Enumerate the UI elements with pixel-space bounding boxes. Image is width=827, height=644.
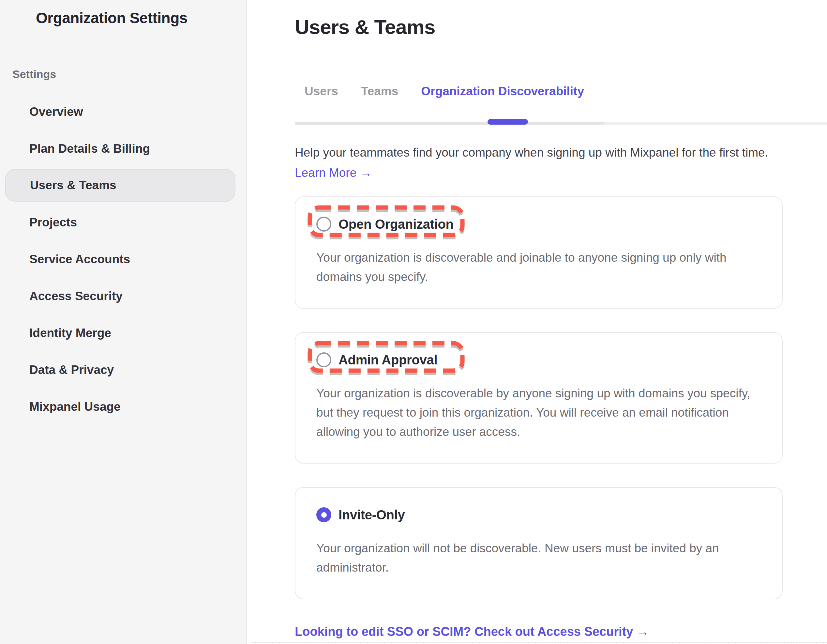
sidebar-item-mixpanel-usage[interactable]: Mixpanel Usage	[0, 388, 246, 425]
active-tab-indicator	[487, 119, 528, 125]
sidebar-section-label: Settings	[12, 67, 246, 81]
option-card-admin-approval: Admin Approval Your organization is disc…	[295, 332, 783, 464]
tab-divider-segment	[295, 122, 604, 125]
sidebar-item-access-security[interactable]: Access Security	[0, 278, 246, 314]
option-row-invite-only: Invite-Only	[316, 506, 761, 523]
sidebar-item-projects[interactable]: Projects	[0, 204, 246, 241]
app-root: Organization Settings Settings Overview …	[0, 0, 827, 644]
radio-open-organization[interactable]	[316, 217, 331, 231]
option-row-open-organization: Open Organization	[316, 216, 761, 232]
bottom-dashed-divider	[251, 642, 827, 643]
option-card-invite-only: Invite-Only Your organization will not b…	[295, 487, 783, 599]
radio-invite-only[interactable]	[316, 507, 331, 522]
sidebar-item-identity-merge[interactable]: Identity Merge	[0, 314, 246, 352]
tab-divider	[295, 122, 827, 125]
sidebar-item-plan-details-billing[interactable]: Plan Details & Billing	[0, 130, 246, 167]
tab-bar: Users Teams Organization Discoverability	[295, 83, 783, 99]
option-description-invite-only: Your organization will not be discoverab…	[316, 539, 761, 577]
radio-admin-approval[interactable]	[316, 352, 331, 367]
option-label-invite-only: Invite-Only	[339, 508, 405, 522]
page-title: Users & Teams	[295, 15, 783, 39]
option-label-admin-approval: Admin Approval	[339, 353, 437, 367]
sidebar-item-users-teams[interactable]: Users & Teams	[5, 169, 236, 202]
main-content: Users & Teams Users Teams Organization D…	[247, 0, 827, 644]
sidebar-item-overview[interactable]: Overview	[0, 93, 246, 130]
learn-more-link[interactable]: Learn More →	[295, 165, 372, 181]
option-label-open-organization: Open Organization	[339, 217, 454, 231]
option-card-open-organization: Open Organization Your organization is d…	[295, 196, 783, 309]
option-row-admin-approval: Admin Approval	[316, 352, 761, 368]
sidebar-nav: Overview Plan Details & Billing Users & …	[0, 93, 246, 425]
option-description-open-organization: Your organization is discoverable and jo…	[316, 248, 761, 286]
access-security-link[interactable]: Looking to edit SSO or SCIM? Check out A…	[295, 624, 649, 640]
tab-teams[interactable]: Teams	[361, 83, 398, 99]
sidebar-item-data-privacy[interactable]: Data & Privacy	[0, 352, 246, 388]
intro-text: Help your teammates find your company wh…	[295, 144, 783, 161]
tab-organization-discoverability[interactable]: Organization Discoverability	[421, 83, 584, 99]
tab-users[interactable]: Users	[304, 83, 338, 99]
sidebar-title: Organization Settings	[36, 8, 246, 27]
sidebar-item-service-accounts[interactable]: Service Accounts	[0, 241, 246, 278]
option-description-admin-approval: Your organization is discoverable by any…	[316, 384, 761, 441]
sidebar: Organization Settings Settings Overview …	[0, 0, 247, 644]
